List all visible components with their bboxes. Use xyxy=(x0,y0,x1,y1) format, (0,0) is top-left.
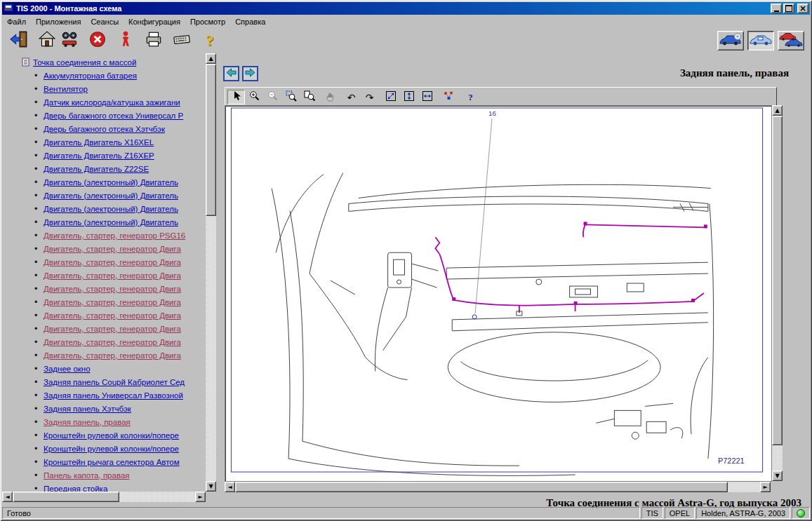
home-button[interactable] xyxy=(36,29,58,52)
sidebar-link[interactable]: Аккумуляторная батарея xyxy=(44,72,137,80)
forward-button[interactable] xyxy=(242,66,258,81)
scroll-thumb[interactable] xyxy=(206,64,216,216)
select-tool-icon xyxy=(231,90,242,104)
status-bar: Готово TIS OPEL Holden, ASTRA-G, 2003 xyxy=(2,507,810,519)
diagram-vertical-scrollbar[interactable]: ▲ ▼ xyxy=(772,105,783,481)
sidebar-link[interactable]: Двигатель, стартер, генератор Двига xyxy=(44,258,181,266)
scroll-thumb[interactable] xyxy=(772,116,783,445)
scroll-track[interactable] xyxy=(772,116,783,471)
sidebar-link[interactable]: Вентилятор xyxy=(44,85,88,93)
sidebar-link[interactable]: Точка соединения с массой xyxy=(33,58,136,67)
zoom-page-tool-button[interactable] xyxy=(300,90,318,104)
scroll-thumb[interactable] xyxy=(13,492,119,502)
minimize-button[interactable] xyxy=(771,4,782,13)
scroll-thumb[interactable] xyxy=(235,482,728,492)
bullet-icon: • xyxy=(34,272,44,279)
sidebar-link[interactable]: Двигатель, стартер, генератор Двига xyxy=(44,325,181,333)
pan-tool-button[interactable] xyxy=(321,90,339,104)
sidebar-link[interactable]: Двигатель Двигатель Z16XEP xyxy=(44,151,154,160)
zoom-in-tool-button[interactable] xyxy=(246,90,263,104)
tree-row: •Задняя панель Универсал Развозной xyxy=(2,388,206,402)
menu-item-3[interactable]: Сеансы xyxy=(86,17,124,27)
zoom-in-icon xyxy=(249,90,260,104)
select-tool-button[interactable] xyxy=(227,90,245,104)
sidebar-link[interactable]: Двигатель, стартер, генератор PSG16 xyxy=(44,231,185,240)
sidebar-link[interactable]: Двигатель (электронный) Двигатель xyxy=(44,191,178,200)
sidebar-link[interactable]: Двигатель (электронный) Двигатель xyxy=(44,205,178,213)
sidebar-link[interactable]: Задняя панель Универсал Развозной xyxy=(44,391,183,400)
menu-item-1[interactable]: Файл xyxy=(2,17,31,27)
sidebar-link[interactable]: Заднее окно xyxy=(44,365,91,373)
sidebar-link[interactable]: Кронштейн рулевой колонки/попере xyxy=(44,445,179,453)
sidebar-link[interactable]: Двигатель, стартер, генератор Двига xyxy=(44,245,181,253)
window-title: TIS 2000 - Монтажная схема xyxy=(16,4,768,13)
zoom-area-tool-button[interactable] xyxy=(282,90,300,104)
sidebar-link[interactable]: Двигатель (электронный) Двигатель xyxy=(44,218,178,226)
sidebar-link[interactable]: Панель капота, правая xyxy=(44,471,130,480)
sidebar-link[interactable]: Датчик кислорода/катушка зажигани xyxy=(44,98,180,107)
sidebar-link[interactable]: Двигатель, стартер, генератор Двига xyxy=(44,298,181,306)
rotate-cw-tool-button[interactable]: ↷ xyxy=(361,90,378,104)
sidebar-link[interactable]: Двигатель, стартер, генератор Двига xyxy=(44,271,181,280)
diagram-canvas[interactable]: 16 P72221 xyxy=(225,105,772,482)
sidebar-link[interactable]: Двигатель Двигатель X16XEL xyxy=(44,138,154,147)
sidebar-link[interactable]: Задняя панель Хэтчбэк xyxy=(44,405,131,413)
help-icon: ? xyxy=(206,33,214,48)
sidebar-link[interactable]: Двигатель (электронный) Двигатель xyxy=(44,178,178,187)
scroll-left-button[interactable]: ◄ xyxy=(2,492,13,502)
scroll-right-button[interactable]: ► xyxy=(760,482,771,492)
scroll-down-button[interactable]: ▼ xyxy=(206,481,216,492)
fit-height-tool-button[interactable] xyxy=(400,90,418,104)
sidebar-link[interactable]: Двигатель, стартер, генератор Двига xyxy=(44,311,181,320)
sidebar-link[interactable]: Двигатель, стартер, генератор Двига xyxy=(44,351,181,360)
menu-item-6[interactable]: Справка xyxy=(230,17,270,27)
rotate-ccw-tool-button[interactable]: ↶ xyxy=(342,90,360,104)
parts-catalog-button[interactable] xyxy=(717,31,744,50)
sidebar-link[interactable]: Кронштейн рулевой колонки/попере xyxy=(44,431,179,440)
keyboard-button[interactable] xyxy=(171,29,193,52)
sidebar-link[interactable]: Кронштейн рычага селектора Автом xyxy=(44,458,180,466)
scroll-track[interactable] xyxy=(235,482,760,492)
sidebar-link-current[interactable]: Задняя панель, правая xyxy=(44,418,131,426)
assistant-button[interactable] xyxy=(114,29,137,52)
scroll-track[interactable] xyxy=(13,492,195,502)
zoom-out-tool-button[interactable] xyxy=(264,90,281,104)
sidebar-link[interactable]: Двигатель, стартер, генератор Двига xyxy=(44,285,181,293)
vehicle-search-button[interactable] xyxy=(58,29,81,52)
sidebar-horizontal-scrollbar[interactable]: ◄ ► xyxy=(2,492,206,502)
back-button[interactable] xyxy=(223,66,239,81)
sidebar-link[interactable]: Задняя панель Coupй Кабриолет Сед xyxy=(44,378,185,386)
menu-item-5[interactable]: Просмотр xyxy=(185,17,230,27)
scroll-up-button[interactable]: ▲ xyxy=(206,53,216,64)
help-button[interactable]: ? xyxy=(199,29,221,52)
sidebar-link[interactable]: Двигатель Двигатель Z22SE xyxy=(44,165,149,173)
scroll-down-button[interactable]: ▼ xyxy=(772,471,783,481)
fit-width-tool-button[interactable] xyxy=(418,90,436,104)
scroll-up-button[interactable]: ▲ xyxy=(772,105,783,116)
tree-row: •Кронштейн рычага селектора Автом xyxy=(2,455,206,468)
sidebar-link[interactable]: Передняя стойка xyxy=(44,485,107,492)
hotspots-tool-button[interactable] xyxy=(439,90,457,104)
print-button[interactable] xyxy=(142,29,165,52)
diagram-callout: 16 xyxy=(488,109,497,117)
sidebar-link[interactable]: Дверь багажного отсека Хэтчбэк xyxy=(44,125,165,133)
exit-button[interactable] xyxy=(8,29,30,52)
scroll-track[interactable] xyxy=(206,64,216,481)
diagnostics-button[interactable] xyxy=(778,31,804,50)
history-nav xyxy=(223,66,258,81)
cancel-button[interactable] xyxy=(86,29,109,52)
sidebar-link[interactable]: Дверь багажного отсека Универсал Р xyxy=(44,111,183,120)
sidebar-link[interactable]: Двигатель, стартер, генератор Двига xyxy=(44,338,181,346)
viewer-help-button[interactable]: ? xyxy=(462,90,479,104)
vehicle-data-button[interactable] xyxy=(747,31,774,50)
sidebar-vertical-scrollbar[interactable]: ▲ ▼ xyxy=(206,53,216,492)
scroll-left-button[interactable]: ◄ xyxy=(225,482,235,492)
close-button[interactable]: × xyxy=(797,4,808,13)
scroll-right-button[interactable]: ► xyxy=(195,492,206,502)
diagram-horizontal-scrollbar[interactable]: ◄ ► xyxy=(225,482,771,492)
maximize-button[interactable] xyxy=(783,4,794,13)
fit-window-tool-button[interactable] xyxy=(382,90,399,104)
menu-item-2[interactable]: Приложения xyxy=(31,17,86,27)
tree-row: •Двигатель Двигатель X16XEL xyxy=(2,135,206,149)
menu-item-4[interactable]: Конфигурация xyxy=(124,17,185,27)
